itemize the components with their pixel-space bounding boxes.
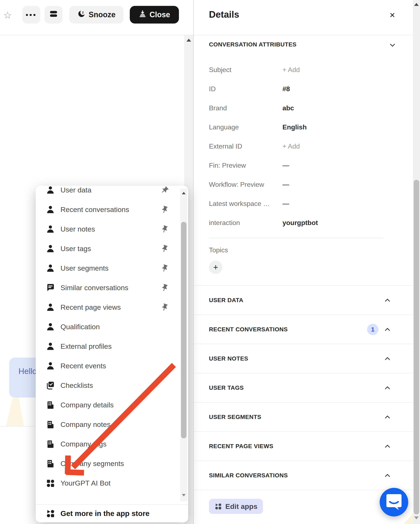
chevron-down-icon[interactable]: [389, 42, 396, 49]
details-section-header[interactable]: SIMILAR CONVERSATIONS: [194, 461, 413, 490]
section-label: RECENT CONVERSATIONS: [209, 326, 367, 333]
attribute-label: Language: [209, 123, 283, 131]
chevron-up-icon[interactable]: [384, 326, 391, 333]
dropdown-item-label: Recent conversations: [60, 205, 129, 214]
chevron-up-icon[interactable]: [384, 443, 391, 450]
section-label: USER TAGS: [209, 384, 384, 391]
messenger-launcher-button[interactable]: [380, 488, 408, 516]
attribute-row: Brandabc: [209, 98, 398, 118]
dropdown-scrollbar-thumb[interactable]: [181, 222, 187, 438]
attribute-row: Workflow: Preview—: [209, 175, 398, 194]
scroll-up-icon[interactable]: [187, 39, 191, 42]
attribute-label: Subject: [209, 66, 283, 74]
attribute-value[interactable]: —: [283, 162, 289, 169]
star-button[interactable]: ☆: [2, 9, 13, 21]
pin-icon[interactable]: [159, 282, 170, 293]
person-icon: [46, 186, 55, 195]
person-icon: [46, 342, 55, 351]
person-icon: [46, 244, 55, 253]
messenger-chat-icon: [386, 494, 402, 510]
app-store-menu-item[interactable]: Get more in the app store: [36, 505, 188, 522]
dropdown-item[interactable]: User segments: [36, 258, 188, 278]
pin-icon[interactable]: [159, 186, 171, 196]
attribute-row: External ID+ Add: [209, 137, 398, 156]
details-section-header[interactable]: RECENT CONVERSATIONS1: [194, 314, 413, 344]
chevron-up-icon[interactable]: [384, 355, 391, 362]
attribute-value[interactable]: abc: [283, 104, 294, 112]
page-scrollbar-thumb[interactable]: [414, 180, 419, 514]
conversation-attributes-header: CONVERSATION ATTRIBUTES: [209, 41, 297, 48]
dropdown-item[interactable]: Company segments: [36, 454, 188, 473]
attribute-value[interactable]: yourgptbot: [283, 219, 318, 227]
attribute-value[interactable]: —: [283, 200, 289, 208]
dropdown-item[interactable]: Recent events: [36, 356, 188, 376]
pin-icon[interactable]: [159, 263, 170, 273]
details-section-header[interactable]: RECENT PAGE VIEWS: [194, 431, 413, 461]
section-label: RECENT PAGE VIEWS: [209, 443, 384, 450]
attribute-label: Fin: Preview: [209, 162, 283, 169]
ellipsis-icon: •••: [26, 14, 37, 16]
section-label: USER DATA: [209, 297, 384, 304]
add-topic-button[interactable]: +: [209, 261, 223, 274]
chevron-up-icon[interactable]: [384, 384, 391, 392]
more-options-button[interactable]: •••: [22, 6, 40, 24]
pin-icon[interactable]: [159, 204, 170, 215]
person-icon: [46, 225, 55, 234]
scroll-down-icon[interactable]: [414, 516, 419, 519]
dropdown-item[interactable]: Recent conversations: [36, 200, 188, 219]
dropdown-item[interactable]: YourGPT AI Bot: [36, 473, 188, 493]
chevron-up-icon[interactable]: [384, 413, 391, 421]
apps-dropdown-menu: User dataRecent conversationsUser notesU…: [36, 186, 188, 522]
dropdown-item[interactable]: External profiles: [36, 337, 188, 356]
building-icon: [46, 420, 55, 429]
details-section-header[interactable]: USER DATA: [194, 285, 413, 314]
close-tray-icon: [139, 10, 146, 20]
attribute-row: Subject+ Add: [209, 60, 398, 79]
dropdown-item[interactable]: Similar conversations: [36, 278, 188, 297]
dropdown-item[interactable]: Checklists: [36, 376, 188, 395]
attribute-value[interactable]: —: [283, 181, 289, 188]
chevron-up-icon[interactable]: [384, 472, 391, 479]
dropdown-item-label: Company segments: [60, 460, 124, 468]
dropdown-item[interactable]: User notes: [36, 219, 188, 239]
scroll-up-icon[interactable]: [182, 192, 186, 194]
attribute-value[interactable]: English: [283, 123, 307, 131]
dropdown-item[interactable]: Recent page views: [36, 297, 188, 317]
details-section-header[interactable]: USER SEGMENTS: [194, 402, 413, 431]
pin-icon[interactable]: [159, 302, 170, 312]
scroll-up-icon[interactable]: [414, 3, 419, 6]
page-scrollbar[interactable]: [413, 0, 420, 524]
details-section-header[interactable]: USER NOTES: [194, 344, 413, 373]
add-attribute-value-button[interactable]: + Add: [283, 66, 300, 74]
dropdown-item-label: External profiles: [60, 342, 112, 350]
dropdown-item[interactable]: Qualification: [36, 317, 188, 337]
edit-apps-button[interactable]: Edit apps: [209, 499, 263, 514]
close-conversation-button[interactable]: Close: [130, 6, 179, 24]
close-details-icon[interactable]: ✕: [389, 11, 395, 19]
dropdown-scrollbar[interactable]: [180, 189, 187, 501]
scroll-down-icon[interactable]: [182, 494, 186, 496]
dropdown-item[interactable]: Company details: [36, 395, 188, 415]
chevron-up-icon[interactable]: [384, 297, 391, 304]
attribute-label: ID: [209, 85, 283, 93]
dropdown-item[interactable]: User tags: [36, 239, 188, 258]
dropdown-item-label: Company notes: [60, 420, 111, 429]
attribute-row: interactionyourgptbot: [209, 213, 398, 232]
add-attribute-value-button[interactable]: + Add: [283, 142, 300, 150]
attribute-value[interactable]: #8: [283, 85, 290, 93]
person-icon: [46, 205, 55, 214]
plus-icon: +: [213, 263, 218, 272]
pin-icon[interactable]: [159, 224, 170, 234]
dropdown-item[interactable]: User data: [36, 186, 188, 200]
details-section-header[interactable]: USER TAGS: [194, 373, 413, 402]
svg-text:z: z: [82, 10, 84, 14]
details-sections: USER DATARECENT CONVERSATIONS1USER NOTES…: [194, 285, 413, 490]
snooze-button[interactable]: z Snooze: [69, 6, 123, 24]
dropdown-item[interactable]: Company tags: [36, 434, 188, 454]
ticket-button[interactable]: [44, 6, 63, 24]
pin-icon[interactable]: [159, 243, 170, 254]
dropdown-item-label: Qualification: [60, 323, 100, 331]
dropdown-item[interactable]: Company notes: [36, 415, 188, 434]
topics-label: Topics: [209, 246, 228, 254]
dropdown-item-label: User segments: [60, 264, 109, 272]
